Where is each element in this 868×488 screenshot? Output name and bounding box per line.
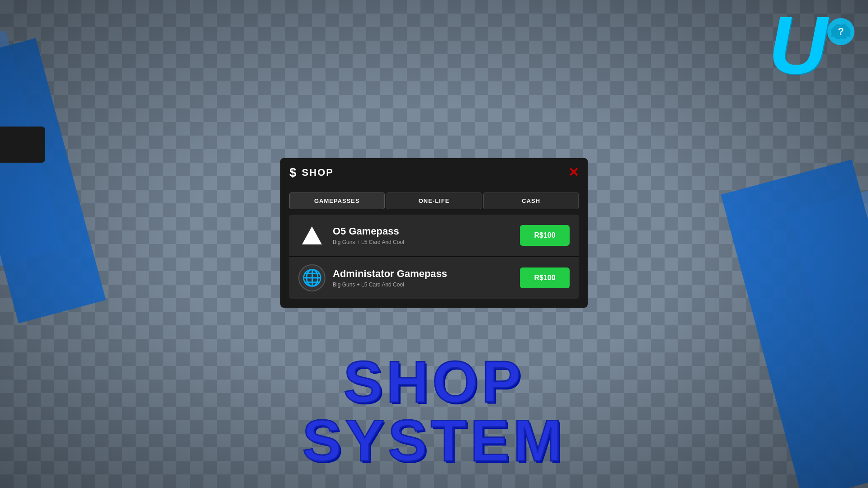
shop-item-admin: 🌐 Administator Gamepass Big Guns + L5 Ca… [289, 257, 579, 299]
tab-cash[interactable]: CASH [483, 192, 579, 209]
close-button[interactable]: ✕ [568, 166, 579, 179]
triangle-shape [302, 226, 322, 244]
modal-header: $ SHOP ✕ [280, 158, 588, 187]
tab-one-life[interactable]: ONE-LIFE [387, 192, 482, 209]
admin-description: Big Guns + L5 Card And Cool [333, 282, 513, 288]
shop-item-o5: O5 Gamepass Big Guns + L5 Card And Cool … [289, 215, 579, 257]
modal-title-group: $ SHOP [289, 165, 334, 180]
o5-icon [298, 222, 326, 249]
tabs-container: GAMEPASSES ONE-LIFE CASH [280, 187, 588, 215]
admin-buy-button[interactable]: R$100 [520, 267, 570, 288]
globe-icon: 🌐 [302, 268, 322, 287]
o5-name: O5 Gamepass [333, 225, 513, 237]
items-container: O5 Gamepass Big Guns + L5 Card And Cool … [289, 215, 579, 299]
admin-icon: 🌐 [298, 264, 326, 291]
dollar-icon: $ [289, 165, 297, 180]
modal-title: SHOP [302, 167, 334, 178]
admin-name: Administator Gamepass [333, 268, 513, 280]
modal-overlay: $ SHOP ✕ GAMEPASSES ONE-LIFE CASH O5 Gam… [0, 0, 868, 488]
shop-modal: $ SHOP ✕ GAMEPASSES ONE-LIFE CASH O5 Gam… [280, 158, 588, 308]
o5-buy-button[interactable]: R$100 [520, 225, 570, 246]
o5-info: O5 Gamepass Big Guns + L5 Card And Cool [333, 225, 513, 245]
admin-info: Administator Gamepass Big Guns + L5 Card… [333, 268, 513, 288]
tab-gamepasses[interactable]: GAMEPASSES [289, 192, 385, 209]
o5-description: Big Guns + L5 Card And Cool [333, 239, 513, 245]
